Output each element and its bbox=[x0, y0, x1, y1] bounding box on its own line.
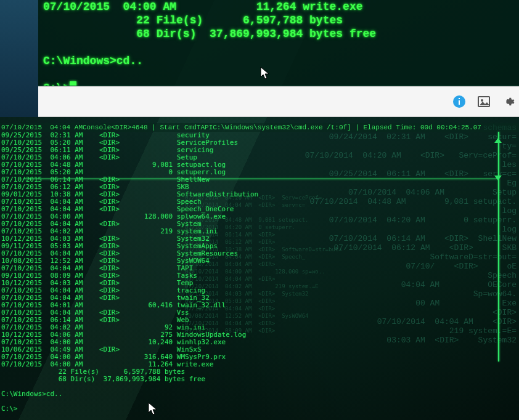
terminal-desktop-output[interactable]: 09/25/2015 02:31 AM <DIR> security 07/10… bbox=[0, 132, 519, 420]
window-left-edge bbox=[0, 0, 38, 117]
scroll-indicator[interactable] bbox=[498, 132, 499, 361]
scroll-down-arrow-icon[interactable] bbox=[494, 176, 502, 180]
gear-icon[interactable] bbox=[502, 95, 515, 108]
status-line: 07/10/2015 04:04 AMConsole<DIR>4648 | St… bbox=[0, 123, 519, 132]
scroll-up-arrow-icon[interactable] bbox=[494, 138, 502, 143]
info-icon[interactable] bbox=[452, 95, 466, 108]
cursor bbox=[70, 81, 76, 86]
toolbar bbox=[38, 86, 519, 117]
svg-point-4 bbox=[481, 99, 483, 102]
divider-line bbox=[23, 179, 497, 179]
terminal-top-output[interactable]: 07/10/2015 04:00 AM 11,264 write.exe 22 … bbox=[38, 0, 519, 86]
svg-rect-2 bbox=[459, 98, 460, 99]
image-icon[interactable] bbox=[477, 95, 491, 108]
svg-rect-1 bbox=[459, 100, 460, 105]
